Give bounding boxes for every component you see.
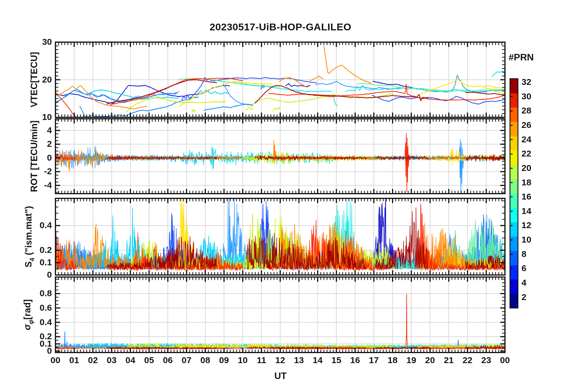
colorbar-tick-label: 30 (521, 92, 548, 101)
y-tick-label: 0.6 (0, 303, 52, 312)
colorbar-tick-label: 4 (521, 278, 548, 287)
y-tick-label: 2 (0, 139, 52, 149)
colorbar-tick-label: 22 (521, 149, 548, 158)
y-tick-label: 0 (0, 153, 52, 162)
colorbar-title: #PRN (499, 52, 543, 62)
y-tick-label: 0.8 (0, 289, 52, 298)
colorbar-tick-label: 6 (521, 263, 548, 273)
colorbar-tick-label: 8 (521, 249, 548, 259)
y-tick-label: 0.1 (0, 258, 52, 267)
colorbar-tick-label: 26 (521, 120, 548, 130)
y-tick-label: 0.2 (0, 332, 52, 341)
colorbar-tick-label: 20 (521, 163, 548, 173)
colorbar-tick-label: 28 (521, 106, 548, 115)
colorbar-tick-label: 2 (521, 292, 548, 302)
y-tick-label: 20 (0, 75, 52, 84)
chart-canvas (0, 0, 561, 392)
y-tick-label: -2 (0, 167, 52, 176)
y-tick-label: 10 (0, 112, 52, 122)
figure-root: 20230517-UiB-HOP-GALILEO VTEC[TECU] ROT … (0, 0, 561, 392)
chart-title: 20230517-UiB-HOP-GALILEO (0, 22, 561, 32)
y-tick-label: 0 (0, 270, 52, 279)
colorbar-tick-label: 10 (521, 235, 548, 244)
colorbar-tick-label: 24 (521, 135, 548, 144)
x-axis-label: UT (0, 371, 561, 381)
colorbar-tick-label: 16 (521, 192, 548, 201)
colorbar-tick-label: 12 (521, 220, 548, 230)
y-tick-label: 4 (0, 126, 52, 135)
y-tick-label: 0.4 (0, 220, 52, 230)
y-tick-label: 0.4 (0, 317, 52, 327)
colorbar-tick-label: 32 (521, 77, 548, 87)
y-tick-label: 30 (0, 37, 52, 47)
colorbar-tick-label: 18 (521, 178, 548, 187)
x-tick-label: 00 (492, 355, 518, 365)
y-tick-label: 0.2 (0, 245, 52, 255)
colorbar-tick-label: 14 (521, 206, 548, 216)
y-tick-label: -4 (0, 180, 52, 190)
